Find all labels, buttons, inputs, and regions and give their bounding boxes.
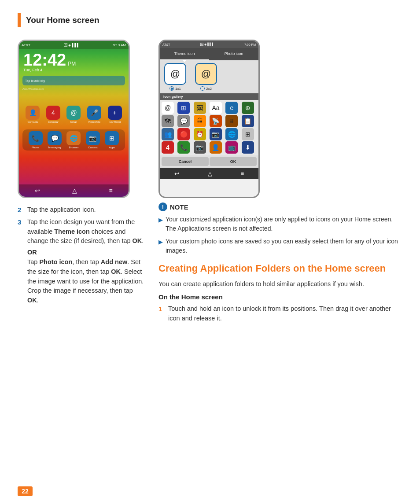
header-accent-bar <box>18 13 21 27</box>
page-title: Your Home screen <box>26 15 99 25</box>
tab-photo-icon[interactable]: Photo icon <box>209 48 258 60</box>
gallery-cell-4[interactable]: e <box>225 102 238 114</box>
note-icon: ! <box>158 202 167 211</box>
note-item-1: ▶ Your customized application icon(s) ar… <box>158 215 402 233</box>
calendar-icon: 4 <box>46 106 60 120</box>
gallery-cell-7[interactable]: 💬 <box>177 115 190 127</box>
gallery-cell-13[interactable]: 🔴 <box>177 128 190 140</box>
radio-2x2: 2x2 <box>200 86 212 91</box>
icon-picker-footer: Cancel OK <box>160 155 258 168</box>
icon-contacts: 👤 Contacts <box>26 106 40 123</box>
phone-date: Tue, Feb 4 <box>23 68 124 72</box>
nav-menu-left: ≡ <box>109 187 113 194</box>
nav-home-left: △ <box>72 187 77 194</box>
status-icons-left: 🄽 ◈ ▌▌▌ <box>64 43 79 47</box>
subsection-title: On the Home screen <box>158 293 402 301</box>
step-2-text: Tap the application icon. <box>27 205 96 215</box>
gallery-cell-16[interactable]: 🌐 <box>225 128 238 140</box>
isiswallet-icon: + <box>108 106 122 120</box>
weather-source: AccuWeather.com <box>19 87 129 91</box>
note-item-2: ▶ Your custom photo icons are saved so y… <box>158 237 402 255</box>
note-text-1: Your customized application icon(s) are … <box>166 215 402 233</box>
gallery-header: Icon gallery <box>160 93 258 100</box>
gallery-cell-12[interactable]: 👥 <box>162 128 174 140</box>
icon-picker-status-bar: AT&T 🄽 ◈ ▌▌▌ 7:00 PM <box>160 41 258 48</box>
left-pane: AT&T 🄽 ◈ ▌▌▌ 9:13 AM 12:42 PM Tue, Feb 4… <box>18 40 145 326</box>
dock-camera: 📷 Camera <box>86 131 100 149</box>
icon-1x1-preview: @ <box>164 63 186 85</box>
gallery-cell-19[interactable]: 📞 <box>177 141 190 154</box>
phone-time-period: PM <box>68 61 76 67</box>
gallery-cell-17[interactable]: ⊞ <box>242 128 254 140</box>
contacts-icon: 👤 <box>26 106 40 120</box>
header: Your Home screen <box>18 13 402 27</box>
step-num-2: 2 <box>18 205 24 215</box>
or-text: Tap Photo icon, then tap Add new. Set th… <box>27 258 145 305</box>
radio-dot-1x1 <box>169 86 174 91</box>
voicemate-icon: 🎤 <box>87 106 101 120</box>
gallery-cell-5[interactable]: ⊕ <box>242 102 254 114</box>
ok-button[interactable]: OK <box>210 157 257 166</box>
note-label: NOTE <box>170 203 188 211</box>
gallery-cell-8[interactable]: 🏛 <box>194 115 206 127</box>
gallery-cell-1[interactable]: ⊞ <box>177 102 190 114</box>
phone-time-display: 12:42 <box>23 51 66 70</box>
dock-browser-icon: 🌐 <box>66 131 81 145</box>
phone-dock: 📞 Phone 💬 Messaging 🌐 Browser 📷 Camera <box>22 129 125 151</box>
nav-menu-right: ≡ <box>241 170 244 177</box>
nav-home-right: △ <box>208 170 212 177</box>
dock-browser: 🌐 Browser <box>66 131 81 149</box>
icon-voicemate: 🎤 VoiceMate <box>87 106 101 123</box>
time-left: 9:13 AM <box>113 43 126 47</box>
icon-calendar: 4 Calendar <box>46 106 60 123</box>
gallery-cell-22[interactable]: 📺 <box>225 141 238 154</box>
time-right: 7:00 PM <box>244 43 256 46</box>
dock-phone-icon: 📞 <box>29 131 43 145</box>
step-num-3: 3 <box>18 217 24 246</box>
icon-option-1x1: @ 1x1 <box>164 63 186 91</box>
tab-theme-icon[interactable]: Theme icon <box>160 48 209 60</box>
dock-messaging-icon: 💬 <box>48 131 62 145</box>
phone-status-bar-left: AT&T 🄽 ◈ ▌▌▌ 9:13 AM <box>19 41 129 49</box>
gallery-cell-23[interactable]: ⬇ <box>242 141 254 154</box>
weather-text: Tap to add city <box>25 79 45 82</box>
phone-icons-row1: 👤 Contacts 4 Calendar @ Email 🎤 VoiceMat… <box>19 104 129 125</box>
gallery-cell-3[interactable]: Aa <box>210 102 222 114</box>
or-label: OR <box>27 249 145 256</box>
dock-phone: 📞 Phone <box>29 131 43 149</box>
gallery-cell-21[interactable]: 👤 <box>210 141 222 154</box>
note-box: ! NOTE ▶ Your customized application ico… <box>158 202 402 255</box>
gallery-cell-15[interactable]: 📷 <box>210 128 222 140</box>
icon-size-row: @ 1x1 @ 2x2 <box>160 60 258 93</box>
step-2: 2 Tap the application icon. <box>18 205 145 215</box>
page: Your Home screen AT&T 🄽 ◈ ▌▌▌ 9:13 AM 12… <box>0 0 420 504</box>
section-title: Creating Application Folders on the Home… <box>158 262 402 275</box>
cancel-button[interactable]: Cancel <box>162 157 209 166</box>
gallery-cell-10[interactable]: 🖥 <box>225 115 238 127</box>
gallery-cell-9[interactable]: 📡 <box>210 115 222 127</box>
section-intro: You can create application folders to ho… <box>158 280 402 289</box>
gallery-cell-14[interactable]: ⏰ <box>194 128 206 140</box>
gallery-cell-20[interactable]: 📷 <box>194 141 206 154</box>
phone-weather: Tap to add city <box>22 76 125 85</box>
icon-picker-tabs: Theme icon Photo icon <box>160 48 258 60</box>
icon-picker-nav-bar: ↩ △ ≡ <box>160 168 258 179</box>
section-step-1: 1 Touch and hold an icon to unlock it fr… <box>158 304 402 324</box>
carrier-right: AT&T <box>162 43 170 46</box>
phone-mockup-left: AT&T 🄽 ◈ ▌▌▌ 9:13 AM 12:42 PM Tue, Feb 4… <box>18 40 130 198</box>
status-icons-right: 🄽 ◈ ▌▌▌ <box>200 43 214 46</box>
nav-back-right: ↩ <box>174 170 179 177</box>
gallery-cell-18[interactable]: 4 <box>162 141 174 154</box>
gallery-cell-0[interactable]: @ <box>162 102 174 114</box>
carrier-left: AT&T <box>22 43 30 47</box>
main-content: AT&T 🄽 ◈ ▌▌▌ 9:13 AM 12:42 PM Tue, Feb 4… <box>18 40 402 326</box>
note-title: ! NOTE <box>158 202 402 211</box>
gallery-cell-11[interactable]: 📋 <box>242 115 254 127</box>
gallery-cell-6[interactable]: 🗺 <box>162 115 174 127</box>
gallery-cell-2[interactable]: 🖼 <box>194 102 206 114</box>
nav-back-left: ↩ <box>35 187 40 194</box>
radio-dot-2x2 <box>200 86 205 91</box>
icon-email: @ Email <box>66 106 81 123</box>
right-pane: AT&T 🄽 ◈ ▌▌▌ 7:00 PM Theme icon Photo ic… <box>158 40 402 326</box>
creating-folders-section: Creating Application Folders on the Home… <box>158 262 402 324</box>
